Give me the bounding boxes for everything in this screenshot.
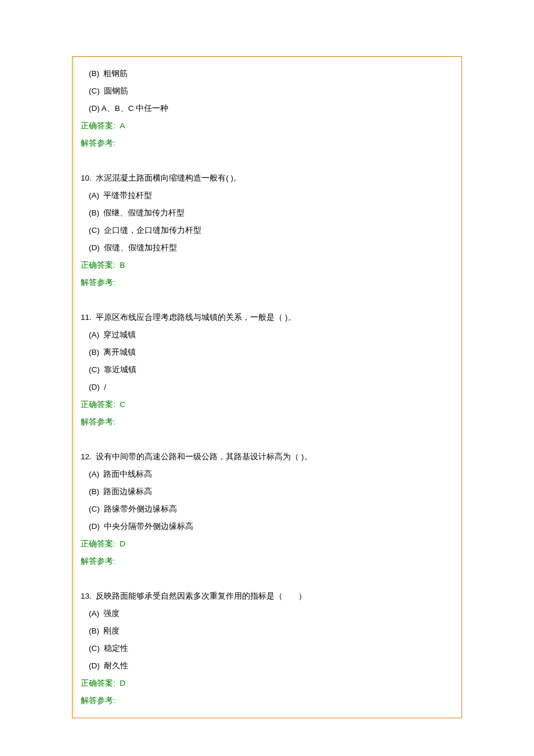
question-stem: 12. 设有中间带的高速公路和一级公路，其路基设计标高为（ )。 xyxy=(81,448,453,466)
option-text: (D) / xyxy=(81,379,453,396)
correct-answer: 正确答案: C xyxy=(81,396,453,413)
option-text: (B) 假继、假缝加传力杆型 xyxy=(81,204,453,222)
spacer xyxy=(81,152,453,170)
option-text: (C) 路缘带外侧边缘标高 xyxy=(81,501,453,518)
option-text: (B) 刚度 xyxy=(81,622,453,640)
question-stem: 10. 水泥混凝土路面横向缩缝构造一般有( )。 xyxy=(81,170,453,187)
option-text: (C) 企口缝，企口缝加传力杆型 xyxy=(81,222,453,239)
option-text: (A) 强度 xyxy=(81,605,453,622)
option-text: (B) 粗钢筋 xyxy=(81,65,453,82)
option-text: (A) 平缝带拉杆型 xyxy=(81,187,453,204)
option-text: (B) 离开城镇 xyxy=(81,344,453,361)
answer-reference: 解答参考: xyxy=(81,274,453,291)
option-text: (C) 圆钢筋 xyxy=(81,82,453,100)
answer-reference: 解答参考: xyxy=(81,553,453,570)
question-stem: 11. 平原区布线应合理考虑路线与城镇的关系，一般是（ )。 xyxy=(81,309,453,326)
page: (B) 粗钢筋 (C) 圆钢筋 (D) A、B、C 中任一种 正确答案: A 解… xyxy=(0,0,534,756)
spacer xyxy=(81,570,453,588)
answer-reference: 解答参考: xyxy=(81,413,453,431)
option-text: (C) 靠近城镇 xyxy=(81,361,453,379)
correct-answer: 正确答案: D xyxy=(81,675,453,692)
option-text: (A) 穿过城镇 xyxy=(81,326,453,344)
correct-answer: 正确答案: A xyxy=(81,117,453,135)
option-text: (A) 路面中线标高 xyxy=(81,466,453,483)
question-stem: 13. 反映路面能够承受自然因素多次重复作用的指标是（ ） xyxy=(81,588,453,605)
option-text: (D) 假缝、假缝加拉杆型 xyxy=(81,239,453,257)
answer-reference: 解答参考: xyxy=(81,135,453,152)
option-text: (D) 中央分隔带外侧边缘标高 xyxy=(81,518,453,535)
content-frame: (B) 粗钢筋 (C) 圆钢筋 (D) A、B、C 中任一种 正确答案: A 解… xyxy=(72,56,462,718)
option-text: (D) A、B、C 中任一种 xyxy=(81,100,453,117)
option-text: (C) 稳定性 xyxy=(81,640,453,657)
spacer xyxy=(81,431,453,448)
correct-answer: 正确答案: D xyxy=(81,535,453,553)
option-text: (B) 路面边缘标高 xyxy=(81,483,453,501)
answer-reference: 解答参考: xyxy=(81,692,453,710)
option-text: (D) 耐久性 xyxy=(81,657,453,675)
spacer xyxy=(81,291,453,309)
correct-answer: 正确答案: B xyxy=(81,257,453,274)
